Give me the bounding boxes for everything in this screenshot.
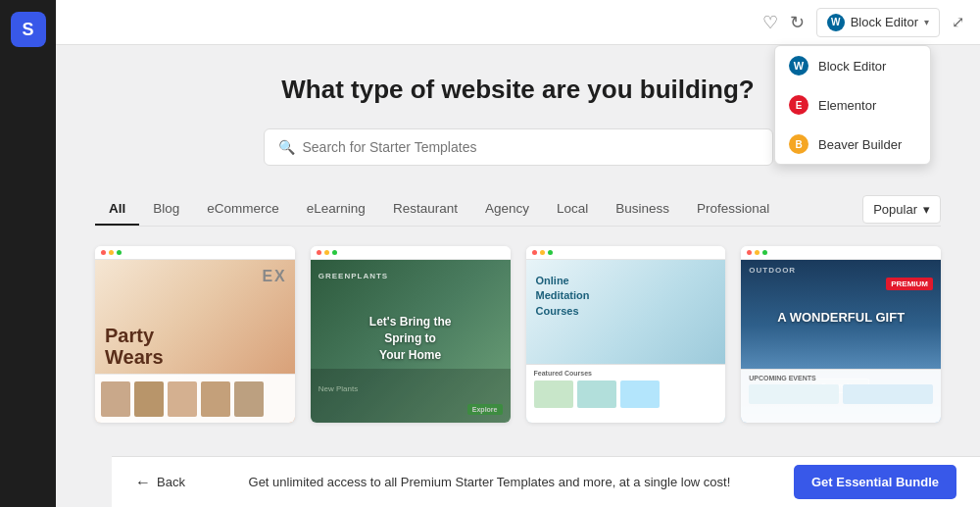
- template-grid: EX PartyWears: [95, 246, 941, 423]
- chevron-down-icon: ▾: [924, 17, 929, 27]
- dropdown-item-block-editor[interactable]: W Block Editor: [775, 46, 930, 85]
- tab-restaurant[interactable]: Restaurant: [379, 193, 471, 226]
- premium-badge: Premium: [886, 278, 933, 290]
- main-area: ♡ ↻ W Block Editor ▾ ⤢ W Block Editor E …: [56, 0, 980, 507]
- app-logo[interactable]: S: [11, 12, 46, 47]
- external-link-icon[interactable]: ⤢: [952, 13, 964, 31]
- refresh-icon[interactable]: ↻: [790, 12, 805, 33]
- template-card-2[interactable]: GREENPLANTS Let's Bring the Spring toYou…: [311, 246, 511, 423]
- sidebar: S: [0, 0, 56, 507]
- favorites-icon[interactable]: ♡: [762, 12, 778, 33]
- tab-elearning[interactable]: eLearning: [293, 193, 379, 226]
- tab-local[interactable]: Local: [543, 193, 602, 226]
- elementor-icon: E: [789, 95, 808, 115]
- dropdown-label-elementor: Elementor: [818, 98, 876, 113]
- template-card-4[interactable]: OUTDOOR Premium A WONDERFUL GIFT Explore…: [741, 246, 941, 423]
- back-label: Back: [157, 475, 185, 489]
- filter-row: All Blog eCommerce eLearning Restaurant …: [95, 193, 941, 227]
- bottom-bar: ← Back Get unlimited access to all Premi…: [112, 456, 980, 507]
- wp-block-editor-icon: W: [789, 56, 808, 76]
- dropdown-label-beaver: Beaver Builder: [818, 137, 902, 152]
- search-input[interactable]: [303, 139, 759, 155]
- template-thumb-3: OnlineMeditationCourses Featured Courses: [526, 246, 726, 423]
- topbar: ♡ ↻ W Block Editor ▾ ⤢ W Block Editor E …: [56, 0, 980, 45]
- dropdown-item-elementor[interactable]: E Elementor: [775, 85, 930, 125]
- dropdown-label-block-editor: Block Editor: [818, 59, 886, 74]
- tab-agency[interactable]: Agency: [471, 193, 543, 226]
- tab-blog[interactable]: Blog: [139, 193, 193, 226]
- search-icon: 🔍: [278, 139, 295, 155]
- search-bar[interactable]: 🔍: [264, 128, 773, 166]
- editor-dropdown-menu: W Block Editor E Elementor B Beaver Buil…: [774, 45, 931, 165]
- tab-professional[interactable]: Professional: [683, 193, 783, 226]
- promo-text: Get unlimited access to all Premium Star…: [185, 475, 794, 489]
- template-thumb-4: OUTDOOR Premium A WONDERFUL GIFT Explore…: [741, 246, 941, 423]
- tab-ecommerce[interactable]: eCommerce: [193, 193, 293, 226]
- tab-all[interactable]: All: [95, 193, 139, 226]
- sort-label: Popular: [873, 202, 917, 217]
- tab-business[interactable]: Business: [602, 193, 683, 226]
- editor-selector-button[interactable]: W Block Editor ▾: [816, 8, 940, 37]
- beaver-builder-icon: B: [789, 134, 808, 154]
- template-card-3[interactable]: OnlineMeditationCourses Featured Courses: [526, 246, 726, 423]
- wp-icon: W: [827, 14, 845, 31]
- template-card-1[interactable]: EX PartyWears: [95, 246, 295, 423]
- filter-tabs: All Blog eCommerce eLearning Restaurant …: [95, 193, 783, 226]
- back-button[interactable]: ← Back: [135, 474, 185, 491]
- template-thumb-2: GREENPLANTS Let's Bring the Spring toYou…: [311, 246, 511, 423]
- sort-select[interactable]: Popular ▾: [862, 195, 941, 224]
- dropdown-item-beaver-builder[interactable]: B Beaver Builder: [775, 125, 930, 164]
- back-arrow-icon: ←: [135, 474, 151, 491]
- sort-chevron-icon: ▾: [923, 202, 930, 217]
- template-thumb-1: EX PartyWears: [95, 246, 295, 423]
- cta-button[interactable]: Get Essential Bundle: [794, 465, 956, 499]
- editor-label: Block Editor: [851, 15, 918, 29]
